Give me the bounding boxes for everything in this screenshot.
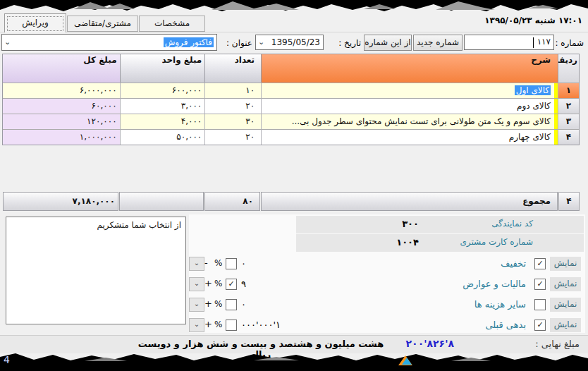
- number-label: شماره :: [555, 38, 584, 48]
- unit-price-cell[interactable]: ۴,۰۰۰: [120, 114, 205, 129]
- table-row[interactable]: ۳ کالای سوم و یک متن طولانی برای تست نما…: [3, 114, 579, 129]
- agency-code-label: کد نمایندگی: [491, 219, 533, 229]
- other-costs-show-checkbox[interactable]: [534, 299, 546, 310]
- description-cell[interactable]: کالای اول: [261, 83, 558, 98]
- chevron-down-icon[interactable]: ⌄: [4, 37, 11, 47]
- final-amount-label: مبلغ نهایی :: [535, 339, 580, 349]
- chevron-down-icon: ⌄: [194, 320, 200, 328]
- from-this-number-button-label: از این شماره: [365, 37, 410, 47]
- totals-row: ۴ مجموع ۸۰ ۷,۱۸۰,۰۰۰: [2, 192, 580, 211]
- unit-price-cell[interactable]: ۶۰۰,۰۰۰: [120, 83, 205, 98]
- header-description[interactable]: شرح: [261, 54, 558, 83]
- totals-quantity: ۸۰: [204, 192, 260, 211]
- final-amount-words: هشت میلیون و هشتصد و بیست و شش هزار و دو…: [137, 339, 384, 360]
- discount-show-checkbox[interactable]: ✓: [534, 258, 546, 269]
- total-price-cell[interactable]: ۶,۰۰۰,۰۰۰: [3, 83, 120, 98]
- discount-percent-checkbox[interactable]: [226, 258, 237, 269]
- other-costs-row: نمایش سایر هزینه ها % + ⌄ ۰: [189, 296, 585, 315]
- quantity-cell[interactable]: ۱۰: [204, 83, 261, 98]
- percent-sign: %: [214, 279, 222, 288]
- table-row[interactable]: ۱ کالای اول ۱۰ ۶۰۰,۰۰۰ ۶,۰۰۰,۰۰۰: [3, 83, 579, 98]
- new-number-button[interactable]: شماره جدید: [413, 35, 463, 51]
- checkmark-icon: ✓: [537, 320, 543, 329]
- datetime-text: ۱۷:۰۱ شنبه ۱۳۹۵/۰۵/۲۳: [484, 16, 582, 25]
- number-value: ۱۱۷: [537, 37, 551, 47]
- final-amount-value: ۸'۸۲۶'۲۰۰: [406, 338, 454, 349]
- chevron-down-icon[interactable]: ⌄: [258, 37, 264, 47]
- tab-edit[interactable]: ویرایش: [4, 13, 66, 32]
- tax-show-checkbox[interactable]: ✓: [534, 279, 546, 290]
- previous-debt-show-checkbox[interactable]: ✓: [534, 320, 546, 331]
- table-header-row: ردیف شرح تعداد مبلغ واحد مبلغ کل: [3, 54, 579, 83]
- row-number-cell[interactable]: ۴: [558, 129, 579, 145]
- tab-customer-label: مشتری/متقاضی: [74, 18, 131, 28]
- customer-card-value: ۱۰۰۴: [396, 237, 419, 248]
- show-label: نمایش: [550, 298, 581, 312]
- tax-percent-checkbox[interactable]: ✓: [226, 279, 237, 290]
- customer-card-label: شماره کارت مشتری: [460, 237, 533, 247]
- items-table: ردیف شرح تعداد مبلغ واحد مبلغ کل ۱ کالای…: [2, 54, 580, 145]
- totals-total-price: ۷,۱۸۰,۰۰۰: [3, 192, 118, 211]
- quantity-cell[interactable]: ۳۰: [204, 114, 261, 129]
- tax-value[interactable]: ۹: [241, 279, 246, 289]
- tax-row: نمایش ✓ مالیات و عوارض ✓ % + ⌄ ۹: [189, 276, 585, 294]
- chevron-down-icon: ⌄: [194, 259, 200, 267]
- final-amount-bar: مبلغ نهایی : ۸'۸۲۶'۲۰۰ هشت میلیون و هشتص…: [0, 335, 588, 353]
- other-costs-dropdown-button[interactable]: ⌄: [189, 298, 204, 312]
- table-row[interactable]: ۴ کالای چهارم ۲۰ ۵۰,۰۰۰ ۱,۰۰۰,۰۰۰: [3, 129, 579, 145]
- quantity-cell[interactable]: ۲۰: [204, 98, 261, 114]
- tab-edit-label: ویرایش: [22, 18, 49, 28]
- percent-sign: %: [214, 320, 222, 329]
- table-row[interactable]: ۲ کالای دوم ۲۰ ۳,۰۰۰ ۶۰,۰۰۰: [3, 98, 579, 114]
- tab-details[interactable]: مشخصات: [139, 16, 205, 32]
- description-cell[interactable]: کالای دوم: [261, 98, 558, 114]
- total-price-cell[interactable]: ۱,۰۰۰,۰۰۰: [3, 129, 120, 145]
- description-cell[interactable]: کالای سوم و یک متن طولانی برای تست نمایش…: [261, 114, 558, 129]
- header-quantity[interactable]: تعداد: [204, 54, 261, 83]
- tabstrip-divider: [0, 32, 588, 32]
- agency-code-row: کد نمایندگی ۳۰۰: [296, 216, 584, 233]
- previous-debt-value[interactable]: ۱'۰۰۰'۰۰۰: [241, 320, 281, 330]
- description-cell[interactable]: کالای چهارم: [261, 129, 558, 145]
- number-input[interactable]: ۱۱۷: [464, 35, 554, 50]
- row-edit-stripe: [554, 114, 558, 129]
- row-number-cell[interactable]: ۳: [558, 114, 579, 129]
- percent-sign: %: [214, 299, 222, 309]
- quantity-cell[interactable]: ۲۰: [204, 129, 261, 145]
- title-label: عنوان :: [219, 38, 252, 48]
- tab-customer[interactable]: مشتری/متقاضی: [67, 16, 138, 32]
- tab-details-label: مشخصات: [154, 18, 190, 28]
- tax-dropdown-button[interactable]: ⌄: [189, 277, 204, 291]
- previous-debt-row: نمایش ✓ بدهی قبلی % + ⌄ ۱'۰۰۰'۰۰۰: [189, 317, 585, 335]
- total-price-cell[interactable]: ۱۲۰,۰۰۰: [3, 114, 120, 129]
- discount-value[interactable]: ۰: [241, 258, 246, 269]
- note-text: از انتخاب شما متشکریم: [97, 220, 181, 230]
- chevron-down-icon: ⌄: [194, 300, 200, 308]
- header-unit-price[interactable]: مبلغ واحد: [120, 54, 205, 83]
- minus-sign: -: [204, 257, 208, 268]
- title-combobox[interactable]: ⌄ فاکتور فروش: [1, 34, 217, 51]
- checkmark-icon: ✓: [537, 279, 543, 288]
- total-price-cell[interactable]: ۶۰,۰۰۰: [3, 98, 120, 114]
- previous-debt-dropdown-button[interactable]: ⌄: [189, 318, 204, 332]
- date-picker[interactable]: ⌄ 1395/05/23: [255, 35, 324, 50]
- header-row-number[interactable]: ردیف: [558, 54, 579, 83]
- chevron-down-icon: ⌄: [194, 279, 200, 287]
- other-costs-value[interactable]: ۰: [241, 299, 246, 310]
- row-number-cell[interactable]: ۲: [558, 98, 579, 114]
- unit-price-cell[interactable]: ۳,۰۰۰: [120, 98, 205, 114]
- other-costs-percent-checkbox[interactable]: [226, 299, 237, 310]
- from-this-number-button[interactable]: از این شماره: [364, 35, 412, 51]
- note-textarea[interactable]: از انتخاب شما متشکریم: [6, 217, 186, 324]
- torn-fragment-text: 4: [4, 354, 10, 365]
- row-number-cell[interactable]: ۱: [558, 83, 579, 98]
- row-edit-stripe: [554, 130, 558, 145]
- header-total-price[interactable]: مبلغ کل: [3, 54, 120, 83]
- previous-debt-label: بدهی قبلی: [485, 320, 526, 330]
- date-label: تاریخ :: [326, 38, 361, 48]
- previous-debt-percent-checkbox[interactable]: [226, 320, 237, 331]
- show-label: نمایش: [550, 277, 581, 291]
- cell-text: کالای دوم: [517, 101, 551, 111]
- discount-dropdown-button[interactable]: ⌄: [189, 257, 204, 271]
- unit-price-cell[interactable]: ۵۰,۰۰۰: [120, 129, 205, 145]
